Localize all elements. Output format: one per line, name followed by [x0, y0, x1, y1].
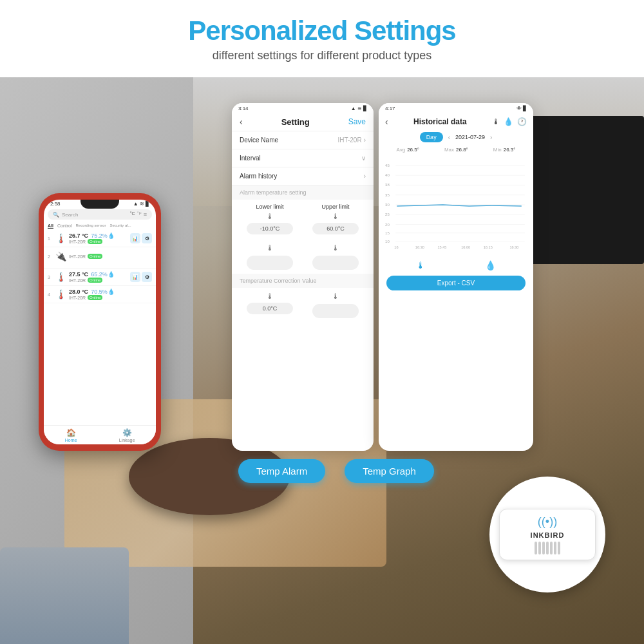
app-screens-container: 3:14 ▲ ≋ ▊ ‹ Setting Save Device Name IH…: [232, 103, 592, 451]
interval-label: Interval: [240, 155, 261, 162]
tab-security[interactable]: Security al...: [110, 223, 131, 229]
phone-body: 2:58 ▲ ≋ ▊ 🔍 Search °C °F ≡ All Control …: [39, 193, 161, 451]
device-number: 4: [48, 292, 53, 297]
correction-value-1[interactable]: 0.0°C: [247, 303, 293, 314]
upper-limit-col: Upper limit 🌡 60.0°C 🌡: [312, 204, 359, 270]
temp-graph-button[interactable]: Temp Graph: [345, 459, 434, 483]
svg-text:45: 45: [385, 163, 390, 167]
svg-text:20: 20: [385, 222, 390, 227]
inkbird-device: ((•)) INKBIRD: [489, 477, 605, 592]
device-name: IHT-20R: [69, 254, 86, 259]
chevron-right-icon: ›: [364, 137, 366, 144]
device-info: 27.5 °C 65.2%💧 IHT-20R Online: [69, 271, 128, 283]
svg-text:15:45: 15:45: [437, 245, 446, 249]
avg-value: 26.5°: [407, 147, 419, 153]
device-btn-1[interactable]: 📊: [130, 233, 140, 243]
min-value: 26.3°: [504, 147, 516, 153]
device-btn-2[interactable]: ⚙: [142, 272, 152, 282]
prev-date-arrow[interactable]: ‹: [448, 134, 450, 141]
inkbird-inner: ((•)) INKBIRD: [499, 509, 596, 560]
device-name-value: IHT-20R ›: [337, 137, 366, 144]
nav-linkage[interactable]: ⚙️ Linkage: [119, 428, 135, 442]
tab-recording[interactable]: Recording sensor: [76, 223, 106, 229]
phone-search-bar[interactable]: 🔍 Search °C °F ≡: [48, 209, 152, 220]
clock-icon[interactable]: 🕐: [517, 117, 527, 126]
svg-text:35: 35: [385, 193, 390, 197]
svg-text:16:30: 16:30: [415, 245, 424, 249]
back-button[interactable]: ‹: [240, 117, 243, 127]
svg-text:16:15: 16:15: [484, 245, 493, 249]
nav-home-label: Home: [65, 438, 77, 442]
phone-notch: [80, 200, 119, 209]
device-number: 2: [48, 254, 53, 259]
hist-back-button[interactable]: ‹: [385, 117, 388, 127]
device-btn-1[interactable]: 📊: [130, 272, 140, 282]
list-item: 1 🌡️ 26.7 °C 75.2%💧 IHT-20R Online: [44, 230, 156, 247]
device-number: 1: [48, 236, 53, 241]
correction-therm-icon-2: 🌡: [332, 292, 339, 301]
hist-signals: 👁 ▊: [516, 106, 527, 111]
nav-home[interactable]: 🏠 Home: [65, 428, 77, 442]
chart-svg: 45 40 38 35 30 25 20 15 10: [384, 157, 528, 255]
day-button[interactable]: Day: [420, 132, 443, 142]
page-subtitle: different settings for different product…: [213, 49, 432, 62]
hand-with-phone: 2:58 ▲ ≋ ▊ 🔍 Search °C °F ≡ All Control …: [19, 180, 187, 541]
list-icon: ≡: [144, 211, 147, 218]
setting-screen: 3:14 ▲ ≋ ▊ ‹ Setting Save Device Name IH…: [232, 103, 374, 451]
thermometer-icon: 🌡️: [55, 289, 66, 299]
temperature-chart: 45 40 38 35 30 25 20 15 10: [379, 155, 533, 258]
online-status: Online: [88, 295, 102, 300]
online-status: Online: [88, 278, 102, 283]
device-hum: 70.5%💧: [91, 289, 115, 295]
lower-limit-value-1[interactable]: -10.0°C: [247, 223, 293, 234]
upper-limit-value-1[interactable]: 60.0°C: [312, 223, 359, 234]
plug-icon: 🔌: [55, 251, 66, 261]
export-csv-button[interactable]: Export - CSV: [386, 276, 526, 290]
upper-thermometer-icon-2: 🌡: [332, 243, 339, 252]
header: Personalized Settings different settings…: [0, 0, 644, 77]
lower-thermometer-icon: 🌡: [266, 212, 274, 221]
setting-nav-bar: ‹ Setting Save: [232, 114, 374, 131]
nav-linkage-label: Linkage: [119, 438, 135, 442]
next-date-arrow[interactable]: ›: [490, 134, 492, 141]
device-hum: 65.2%💧: [91, 271, 115, 278]
thermometer-icon: 🌡️: [55, 233, 66, 243]
lower-limit-col: Lower limit 🌡 -10.0°C 🌡: [247, 204, 293, 270]
thermometer-icon: 🌡: [492, 117, 500, 126]
hist-time: 4:17: [385, 106, 395, 111]
inkbird-label: INKBIRD: [531, 531, 565, 539]
tab-all[interactable]: All: [48, 223, 53, 229]
max-value: 26.8°: [456, 147, 468, 153]
phone-screen: 2:58 ▲ ≋ ▊ 🔍 Search °C °F ≡ All Control …: [44, 200, 156, 444]
device-name: IHT-20R: [69, 296, 86, 300]
save-button[interactable]: Save: [348, 117, 366, 126]
phone-tabs: All Control Recording sensor Security al…: [44, 222, 156, 230]
lower-thermometer-icon-2: 🌡: [266, 243, 274, 252]
hist-header-icons: 🌡 💧 🕐: [492, 117, 527, 126]
lower-limit-value-2: [247, 256, 293, 270]
interval-row[interactable]: Interval ∨: [232, 149, 374, 167]
alarm-history-row[interactable]: Alarm history ›: [232, 167, 374, 185]
search-placeholder: Search: [62, 212, 78, 218]
hist-title: Historical data: [413, 117, 467, 126]
lower-limit-label: Lower limit: [256, 204, 283, 210]
thermometer-legend-icon: 🌡: [416, 260, 425, 270]
droplet-icon: 💧: [504, 117, 513, 126]
sofa: [0, 547, 129, 644]
interval-value: ∨: [361, 155, 366, 162]
device-name-row: Device Name IHT-20R ›: [232, 131, 374, 149]
unit-fahrenheit[interactable]: °F: [137, 211, 142, 218]
tab-control[interactable]: Control: [57, 223, 72, 229]
wifi-icon: ((•)): [538, 515, 557, 529]
device-btn-2[interactable]: ⚙: [142, 233, 152, 243]
vent-2: [538, 542, 541, 554]
search-icon: 🔍: [53, 212, 59, 218]
upper-limit-label: Upper limit: [321, 204, 349, 210]
list-item: 3 🌡️ 27.5 °C 65.2%💧 IHT-20R Online: [44, 269, 156, 286]
correction-therm-icon-1: 🌡: [266, 292, 274, 301]
setting-signals: ▲ ≋ ▊: [351, 106, 367, 111]
unit-celsius[interactable]: °C: [130, 211, 135, 218]
device-info: 26.7 °C 75.2%💧 IHT-20R Online: [69, 232, 128, 244]
feature-buttons-container: Temp Alarm Temp Graph: [232, 459, 434, 483]
temp-alarm-button[interactable]: Temp Alarm: [238, 459, 325, 483]
